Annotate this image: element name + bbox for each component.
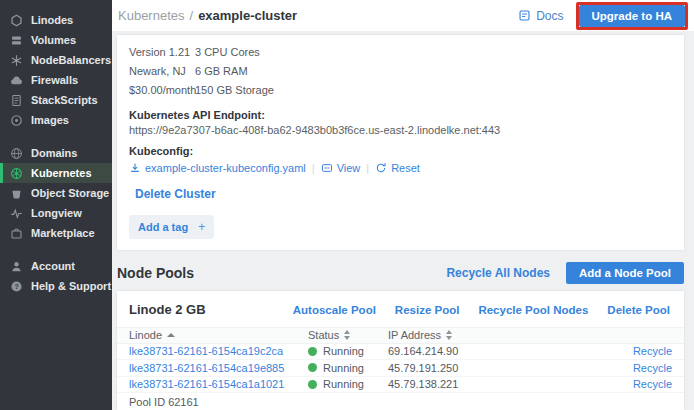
breadcrumb-separator: /: [190, 8, 194, 23]
recycle-link[interactable]: Recycle: [633, 345, 672, 357]
sidebar-item-firewalls[interactable]: Firewalls: [0, 70, 112, 90]
node-pools-title: Node Pools: [117, 265, 194, 281]
sidebar-item-label: Linodes: [31, 14, 73, 26]
add-tag-label: Add a tag: [138, 221, 188, 233]
delete-pool-link[interactable]: Delete Pool: [607, 304, 670, 316]
summary-cpu: 3 CPU Cores: [195, 43, 670, 62]
node-pools-header: Node Pools Recycle All Nodes Add a Node …: [117, 262, 684, 284]
pool-header: Linode 2 GB Autoscale Pool Resize Pool R…: [117, 291, 684, 327]
breadcrumb-section-link[interactable]: Kubernetes: [118, 8, 185, 23]
row-actions: Recycle: [604, 378, 684, 390]
add-tag-button[interactable]: Add a tag +: [129, 215, 214, 239]
status-cell: Running: [308, 362, 388, 374]
sidebar-item-object-storage[interactable]: Object Storage: [0, 183, 112, 203]
add-node-pool-button[interactable]: Add a Node Pool: [566, 262, 684, 284]
sidebar-group-compute: Linodes Volumes NodeBalancers Firewalls: [0, 10, 112, 130]
summary-ram: 6 GB RAM: [195, 62, 670, 81]
kubeconfig-download-link[interactable]: example-cluster-kubeconfig.yaml: [129, 162, 306, 174]
docs-link[interactable]: Docs: [518, 9, 563, 23]
summary-storage: 150 GB Storage: [195, 81, 670, 100]
view-icon: [321, 162, 333, 174]
linode-link[interactable]: lke38731-62161-6154ca19c2ca: [129, 345, 308, 357]
sidebar-item-images[interactable]: Images: [0, 110, 112, 130]
column-label: Linode: [129, 329, 162, 341]
linode-link[interactable]: lke38731-62161-6154ca1a1021: [129, 378, 308, 390]
status-running-icon: [308, 347, 317, 356]
sidebar-item-longview[interactable]: Longview: [0, 203, 112, 223]
table-row: lke38731-62161-6154ca19e885 Running 45.7…: [117, 360, 684, 376]
resize-pool-link[interactable]: Resize Pool: [395, 304, 460, 316]
sidebar: Linodes Volumes NodeBalancers Firewalls: [0, 0, 112, 410]
node-pools-actions: Recycle All Nodes Add a Node Pool: [446, 262, 684, 284]
sidebar-item-linodes[interactable]: Linodes: [0, 10, 112, 30]
sidebar-group-services: Domains Kubernetes Object Storage Longvi…: [0, 143, 112, 243]
page-content: Version 1.21 3 CPU Cores Newark, NJ 6 GB…: [112, 31, 694, 410]
status-cell: Running: [308, 378, 388, 390]
sidebar-item-label: Account: [31, 260, 75, 272]
sidebar-item-help-support[interactable]: ? Help & Support: [0, 276, 112, 296]
nodebalancers-icon: [10, 54, 23, 67]
upgrade-to-ha-button[interactable]: Upgrade to HA: [579, 5, 686, 27]
reset-icon: [375, 162, 387, 174]
sidebar-item-kubernetes[interactable]: Kubernetes: [0, 163, 112, 183]
sort-icon: [446, 330, 452, 340]
ip-address: 45.79.138.221: [388, 378, 604, 390]
status-running-icon: [308, 380, 317, 389]
pool-name: Linode 2 GB: [129, 302, 206, 317]
summary-price: $30.00/month: [129, 81, 195, 100]
sidebar-item-label: Volumes: [31, 34, 76, 46]
column-header-linode[interactable]: Linode: [129, 329, 308, 341]
separator: |: [312, 162, 315, 174]
annotation-highlight-box: Upgrade to HA: [576, 2, 689, 30]
separator: |: [366, 162, 369, 174]
node-pool-panel: Linode 2 GB Autoscale Pool Resize Pool R…: [117, 291, 684, 410]
sidebar-item-nodebalancers[interactable]: NodeBalancers: [0, 50, 112, 70]
sidebar-item-label: NodeBalancers: [31, 54, 111, 66]
docs-label: Docs: [536, 9, 563, 23]
table-header: Linode Status IP Address: [117, 327, 684, 344]
sidebar-item-stackscripts[interactable]: StackScripts: [0, 90, 112, 110]
recycle-link[interactable]: Recycle: [633, 378, 672, 390]
kubernetes-icon: [10, 167, 23, 180]
object-storage-icon: [10, 187, 23, 200]
linodes-icon: [10, 14, 23, 27]
column-header-status[interactable]: Status: [308, 329, 388, 341]
delete-cluster-link[interactable]: Delete Cluster: [135, 187, 216, 201]
recycle-pool-nodes-link[interactable]: Recycle Pool Nodes: [478, 304, 588, 316]
kubeconfig-view-link[interactable]: View: [321, 162, 361, 174]
sidebar-item-label: Kubernetes: [31, 167, 92, 179]
column-label: IP Address: [388, 329, 441, 341]
summary-version: Version 1.21: [129, 43, 195, 62]
recycle-all-nodes-link[interactable]: Recycle All Nodes: [446, 266, 550, 280]
kubeconfig-reset-link[interactable]: Reset: [375, 162, 420, 174]
linode-link[interactable]: lke38731-62161-6154ca19e885: [129, 362, 308, 374]
status-label: Running: [323, 378, 364, 390]
pool-action-links: Autoscale Pool Resize Pool Recycle Pool …: [293, 304, 670, 316]
table-row: lke38731-62161-6154ca19c2ca Running 69.1…: [117, 344, 684, 360]
tags-row: Add a tag +: [129, 215, 670, 239]
column-label: Status: [308, 329, 339, 341]
api-endpoint-url: https://9e2a7307-b6ac-408f-ba62-9483b0b3…: [129, 124, 670, 136]
volumes-icon: [10, 34, 23, 47]
column-header-ip[interactable]: IP Address: [388, 329, 604, 341]
sidebar-item-marketplace[interactable]: Marketplace: [0, 223, 112, 243]
sidebar-item-account[interactable]: Account: [0, 256, 112, 276]
help-icon: ?: [10, 280, 23, 293]
sidebar-item-volumes[interactable]: Volumes: [0, 30, 112, 50]
row-actions: Recycle: [604, 362, 684, 374]
sidebar-item-label: Marketplace: [31, 227, 95, 239]
sidebar-item-label: Images: [31, 114, 69, 126]
cluster-summary-panel: Version 1.21 3 CPU Cores Newark, NJ 6 GB…: [117, 35, 684, 250]
sidebar-item-domains[interactable]: Domains: [0, 143, 112, 163]
sidebar-item-label: Firewalls: [31, 74, 78, 86]
view-label: View: [337, 162, 361, 174]
longview-icon: [10, 207, 23, 220]
breadcrumb: Kubernetes / example-cluster: [118, 8, 297, 23]
autoscale-pool-link[interactable]: Autoscale Pool: [293, 304, 376, 316]
breadcrumb-current: example-cluster: [198, 8, 297, 23]
recycle-link[interactable]: Recycle: [633, 362, 672, 374]
reset-label: Reset: [391, 162, 420, 174]
sidebar-group-account: Account ? Help & Support: [0, 256, 112, 296]
plus-icon: +: [198, 220, 205, 234]
status-cell: Running: [308, 345, 388, 357]
